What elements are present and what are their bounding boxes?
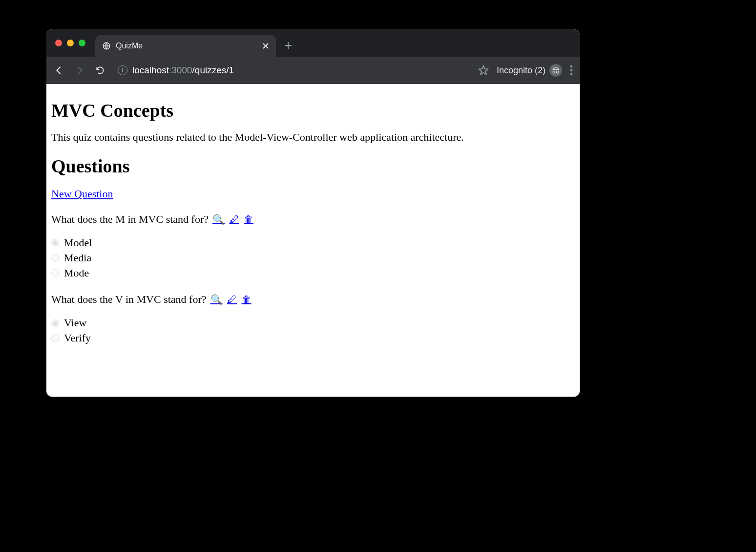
incognito-icon [549, 64, 562, 77]
choice-list: View Verify [51, 316, 575, 346]
choice-list: Model Media Mode [51, 235, 575, 280]
minimize-window-button[interactable] [67, 40, 74, 46]
new-question-link[interactable]: New Question [51, 188, 113, 200]
url-path: /quizzes/1 [192, 65, 234, 75]
forward-button[interactable] [74, 64, 85, 76]
choice-radio[interactable] [51, 335, 59, 342]
edit-question-link[interactable]: 🖊 [227, 294, 237, 305]
choice-label: View [64, 316, 86, 331]
edit-question-link[interactable]: 🖊 [230, 214, 239, 225]
url-host: localhost [132, 65, 169, 75]
back-button[interactable] [53, 64, 65, 76]
choice-item: Mode [51, 266, 575, 281]
trash-icon: 🗑 [242, 294, 252, 305]
close-tab-icon[interactable] [262, 42, 269, 49]
svg-point-2 [570, 69, 572, 71]
site-info-icon[interactable]: i [118, 65, 127, 75]
magnifier-icon: 🔍 [212, 214, 225, 225]
choice-label: Model [64, 235, 92, 251]
choice-label: Media [64, 251, 91, 266]
window-controls [55, 40, 85, 46]
svg-point-3 [570, 73, 572, 75]
choice-item: Model [51, 235, 575, 251]
url-port: :3000 [169, 65, 192, 75]
choice-item: View [51, 316, 575, 331]
incognito-label: Incognito (2) [497, 65, 546, 76]
toolbar-right: Incognito (2) [478, 64, 573, 77]
reload-button[interactable] [94, 64, 106, 76]
tab-title: QuizMe [116, 42, 143, 50]
new-tab-button[interactable] [284, 41, 293, 50]
svg-point-1 [570, 65, 572, 67]
choice-item: Verify [51, 331, 575, 346]
toolbar: i localhost:3000/quizzes/1 Incognito (2) [46, 57, 580, 84]
delete-question-link[interactable]: 🗑 [244, 214, 253, 225]
question-text: What does the V in MVC stand for? [51, 293, 207, 306]
magnifier-icon: 🔍 [210, 294, 223, 305]
trash-icon: 🗑 [244, 214, 253, 225]
pencil-icon: 🖊 [230, 214, 239, 225]
page-description: This quiz contains questions related to … [51, 131, 575, 144]
url-text: localhost:3000/quizzes/1 [132, 65, 234, 76]
question-text: What does the M in MVC stand for? [51, 213, 209, 226]
question-block: What does the M in MVC stand for? 🔍 🖊 🗑 … [51, 213, 575, 280]
incognito-indicator[interactable]: Incognito (2) [497, 64, 562, 77]
bookmark-icon[interactable] [478, 65, 489, 76]
view-question-link[interactable]: 🔍 [210, 294, 223, 305]
questions-heading: Questions [51, 155, 575, 177]
choice-radio[interactable] [51, 319, 59, 327]
page-title: MVC Concepts [51, 100, 575, 121]
page-content: MVC Concepts This quiz contains question… [46, 84, 580, 397]
maximize-window-button[interactable] [79, 40, 85, 46]
pencil-icon: 🖊 [227, 294, 237, 305]
choice-radio[interactable] [51, 254, 59, 262]
titlebar: QuizMe [46, 29, 580, 57]
choice-label: Verify [64, 331, 91, 346]
browser-window: QuizMe [46, 29, 580, 397]
delete-question-link[interactable]: 🗑 [242, 294, 252, 305]
browser-tab[interactable]: QuizMe [95, 35, 276, 57]
close-window-button[interactable] [55, 40, 62, 46]
choice-label: Mode [64, 266, 89, 281]
choice-item: Media [51, 251, 575, 266]
choice-radio[interactable] [51, 269, 59, 277]
question-block: What does the V in MVC stand for? 🔍 🖊 🗑 … [51, 293, 575, 346]
view-question-link[interactable]: 🔍 [212, 214, 225, 225]
globe-icon [102, 42, 111, 50]
kebab-menu-icon[interactable] [570, 65, 573, 76]
choice-radio[interactable] [51, 239, 59, 247]
address-bar[interactable]: i localhost:3000/quizzes/1 [115, 65, 469, 76]
